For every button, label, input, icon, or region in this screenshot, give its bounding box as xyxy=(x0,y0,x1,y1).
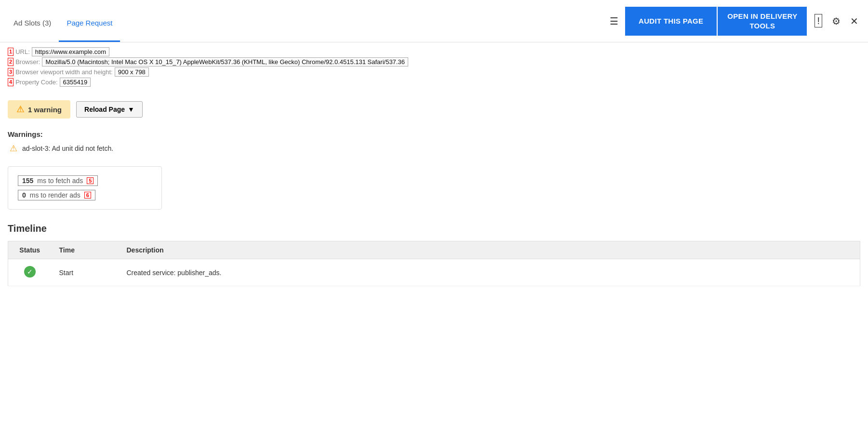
viewport-label: Browser viewport width and height: xyxy=(15,68,113,76)
viewport-value: 900 x 798 xyxy=(115,67,149,77)
warning-count: 1 warning xyxy=(28,106,62,114)
warning-item-text: ad-slot-3: Ad unit did not fetch. xyxy=(22,145,113,152)
gear-icon: ⚙ xyxy=(832,16,841,26)
hamburger-button[interactable]: ☰ xyxy=(603,12,625,31)
warning-item-icon: ⚠ xyxy=(10,143,17,154)
delivery-btn-line2: TOOLS xyxy=(749,22,775,30)
page-info-section: 1 URL: https://www.example.com 2 Browser… xyxy=(8,47,860,87)
info-row-2: 2 Browser: Mozilla/5.0 (Macintosh; Intel… xyxy=(8,57,860,66)
tab-page-request-label: Page Request xyxy=(67,19,112,27)
comment-icon-button[interactable]: ! xyxy=(811,13,826,29)
row-num-4: 4 xyxy=(8,78,13,86)
warning-badge: ⚠ 1 warning xyxy=(8,100,70,119)
info-row-4: 4 Property Code: 6355419 xyxy=(8,78,860,87)
render-stat-inner: 0 ms to render ads 6 xyxy=(18,190,95,200)
audit-btn-label: AUDIT THIS PAGE xyxy=(639,17,703,25)
col-description: Description xyxy=(119,241,860,259)
property-code-value: 6355419 xyxy=(60,78,91,87)
fetch-badge: 5 xyxy=(87,177,93,184)
toolbar-icons: ! ⚙ ✕ xyxy=(811,13,862,30)
col-status: Status xyxy=(8,241,52,259)
fetch-ms-label: ms to fetch ads xyxy=(37,177,83,185)
url-value: https://www.example.com xyxy=(32,47,109,56)
timeline-heading: Timeline xyxy=(8,223,860,234)
warning-area: ⚠ 1 warning Reload Page ▼ xyxy=(8,100,860,119)
browser-value: Mozilla/5.0 (Macintosh; Intel Mac OS X 1… xyxy=(42,57,408,66)
hamburger-icon: ☰ xyxy=(610,16,618,26)
close-icon-button[interactable]: ✕ xyxy=(846,13,862,30)
tab-ad-slots[interactable]: Ad Slots (3) xyxy=(6,0,59,42)
warning-item-1: ⚠ ad-slot-3: Ad unit did not fetch. xyxy=(8,143,860,154)
tab-ad-slots-label: Ad Slots (3) xyxy=(13,19,51,27)
timeline-tbody: Start Created service: publisher_ads. xyxy=(8,259,860,286)
reload-page-label: Reload Page xyxy=(84,106,125,113)
reload-page-button[interactable]: Reload Page ▼ xyxy=(76,101,143,118)
timeline-table: Status Time Description Start Created se… xyxy=(8,241,860,286)
browser-label: Browser: xyxy=(15,58,40,66)
close-icon: ✕ xyxy=(850,16,858,26)
url-label: URL: xyxy=(15,48,30,55)
reload-dropdown-arrow: ▼ xyxy=(128,106,134,113)
render-ms-label: ms to render ads xyxy=(30,191,80,199)
row-description: Created service: publisher_ads. xyxy=(119,259,860,286)
open-in-delivery-tools-button[interactable]: OPEN IN DELIVERY TOOLS xyxy=(718,7,807,36)
row-time: Start xyxy=(52,259,119,286)
warnings-heading: Warnings: xyxy=(8,130,860,138)
tab-page-request[interactable]: Page Request xyxy=(59,0,120,42)
row-num-2: 2 xyxy=(8,58,13,66)
property-code-label: Property Code: xyxy=(15,79,57,86)
settings-icon-button[interactable]: ⚙ xyxy=(828,13,844,30)
table-row: Start Created service: publisher_ads. xyxy=(8,259,860,286)
delivery-btn-line1: OPEN IN DELIVERY xyxy=(727,12,797,20)
audit-this-page-button[interactable]: AUDIT THIS PAGE xyxy=(625,7,717,36)
render-ms-value: 0 xyxy=(22,191,26,199)
info-row-3: 3 Browser viewport width and height: 900… xyxy=(8,67,860,77)
row-status xyxy=(8,259,52,286)
fetch-stat-row: 155 ms to fetch ads 5 xyxy=(18,175,152,186)
warning-icon: ⚠ xyxy=(16,104,24,115)
comment-icon: ! xyxy=(815,14,822,27)
toolbar: Ad Slots (3) Page Request ☰ AUDIT THIS P… xyxy=(0,0,868,42)
col-time: Time xyxy=(52,241,119,259)
main-content: 1 URL: https://www.example.com 2 Browser… xyxy=(0,42,868,296)
row-num-1: 1 xyxy=(8,48,13,56)
timeline-thead: Status Time Description xyxy=(8,241,860,259)
fetch-stat-inner: 155 ms to fetch ads 5 xyxy=(18,175,98,186)
tab-area: Ad Slots (3) Page Request xyxy=(6,0,603,42)
row-num-3: 3 xyxy=(8,68,13,76)
stats-box: 155 ms to fetch ads 5 0 ms to render ads… xyxy=(8,166,162,210)
green-check-icon xyxy=(24,266,36,278)
render-stat-row: 0 ms to render ads 6 xyxy=(18,190,152,200)
info-row-1: 1 URL: https://www.example.com xyxy=(8,47,860,56)
fetch-ms-value: 155 xyxy=(22,177,33,185)
render-badge: 6 xyxy=(84,192,91,199)
timeline-header-row: Status Time Description xyxy=(8,241,860,259)
